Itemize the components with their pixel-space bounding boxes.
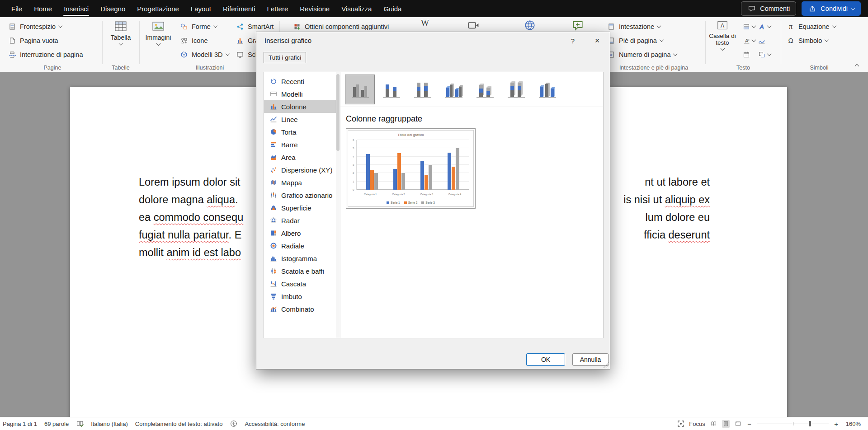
ok-button[interactable]: OK xyxy=(526,353,565,366)
stacked-column-thumb[interactable] xyxy=(376,75,406,104)
category-grafico-azionario[interactable]: Grafico azionario xyxy=(264,189,340,201)
print-layout-button[interactable] xyxy=(722,420,730,428)
category-istogramma[interactable]: Istogramma xyxy=(264,252,340,265)
link-button[interactable] xyxy=(520,19,540,31)
category-radar[interactable]: Radar xyxy=(264,214,340,227)
cancel-button[interactable]: Annulla xyxy=(572,353,609,366)
category-barre[interactable]: Barre xyxy=(264,138,340,151)
preview-chart-title: Titolo del grafico xyxy=(348,133,473,137)
column-3d-thumb[interactable] xyxy=(532,75,562,104)
category-linee[interactable]: Linee xyxy=(264,113,340,126)
online-video-button[interactable] xyxy=(463,19,483,31)
category-scatola-e-baffi[interactable]: Scatola e baffi xyxy=(264,265,340,277)
close-button[interactable]: ✕ xyxy=(588,34,606,47)
wordart-button[interactable]: A xyxy=(756,19,772,33)
stacked100-column-thumb[interactable] xyxy=(407,75,437,104)
word-count[interactable]: 69 parole xyxy=(44,421,69,427)
chart-subtype-pane: Colonne raggruppate Titolo del grafico 0… xyxy=(340,72,603,338)
page-number-button[interactable]: # Numero di pagina xyxy=(604,47,680,61)
stacked100-column-3d-thumb[interactable] xyxy=(501,75,531,104)
zoom-slider-thumb[interactable] xyxy=(809,421,811,426)
ribbon-divider xyxy=(102,21,103,64)
menu-tab-lettere[interactable]: Lettere xyxy=(261,0,294,17)
footer-button[interactable]: Piè di pagina xyxy=(604,33,680,47)
chart-preview[interactable]: Titolo del grafico 0123456 Categoria 1Ca… xyxy=(346,128,476,209)
text-box-icon: A xyxy=(717,19,728,31)
signature-line-button[interactable] xyxy=(756,33,772,47)
drop-cap-button[interactable]: A xyxy=(741,33,756,47)
3d-models-button[interactable]: Modelli 3D xyxy=(176,47,232,61)
menu-tab-riferimenti[interactable]: Riferimenti xyxy=(217,0,261,17)
menu-tab-disegno[interactable]: Disegno xyxy=(94,0,131,17)
scrollbar-thumb[interactable] xyxy=(336,74,340,151)
zoom-in-button[interactable]: + xyxy=(833,420,840,428)
collapse-ribbon-button[interactable] xyxy=(852,62,862,70)
category-torta[interactable]: Torta xyxy=(264,126,340,138)
text-prediction-status[interactable]: Completamento del testo: attivato xyxy=(135,421,223,427)
pictures-button[interactable]: Immagini xyxy=(143,19,174,46)
category-recenti[interactable]: Recenti xyxy=(264,75,340,88)
shapes-button[interactable]: Forme xyxy=(176,19,232,33)
quick-parts-button[interactable] xyxy=(741,19,756,33)
accessibility-status[interactable]: Accessibilità: conforme xyxy=(245,421,305,427)
comment-button[interactable] xyxy=(568,19,588,31)
language-indicator[interactable]: Italiano (Italia) xyxy=(91,421,128,427)
menu-tab-progettazione[interactable]: Progettazione xyxy=(131,0,185,17)
blank-page-button[interactable]: Pagina vuota xyxy=(5,33,86,47)
zoom-slider[interactable] xyxy=(757,421,829,427)
comments-button[interactable]: Commenti xyxy=(741,1,796,16)
category-albero[interactable]: Albero xyxy=(264,227,340,239)
focus-button[interactable]: Focus xyxy=(689,421,705,427)
web-layout-button[interactable] xyxy=(734,420,742,428)
category-cascata[interactable]: Cascata xyxy=(264,277,340,290)
menu-tab-home[interactable]: Home xyxy=(28,0,58,17)
category-mappa[interactable]: Mappa xyxy=(264,176,340,189)
symbol-button[interactable]: Ω Simbolo xyxy=(783,33,839,47)
preview-bar-group xyxy=(420,140,432,190)
object-button[interactable] xyxy=(756,47,772,61)
category-colonne[interactable]: Colonne xyxy=(264,100,340,113)
category-dispersione-xy-[interactable]: Dispersione (XY) xyxy=(264,164,340,176)
zoom-out-button[interactable]: − xyxy=(746,420,753,428)
menu-tab-layout[interactable]: Layout xyxy=(185,0,217,17)
datetime-button[interactable] xyxy=(741,47,756,61)
equation-button[interactable]: π Equazione xyxy=(783,19,839,33)
wikipedia-button[interactable]: W xyxy=(415,19,435,26)
category-area[interactable]: Area xyxy=(264,151,340,164)
menu-tab-inserisci[interactable]: Inserisci xyxy=(58,0,94,17)
dialog-title[interactable]: Inserisci grafico xyxy=(264,37,311,44)
menu-tab-guida[interactable]: Guida xyxy=(377,0,407,17)
page-indicator[interactable]: Pagina 1 di 1 xyxy=(3,421,37,427)
stacked-column-3d-thumb[interactable] xyxy=(470,75,500,104)
chart-category-list: RecentiModelliColonneLineeTortaBarreArea… xyxy=(264,72,340,338)
zoom-level[interactable]: 160% xyxy=(846,421,861,427)
chart-icon xyxy=(236,36,245,45)
help-button[interactable]: ? xyxy=(565,34,581,47)
menu-tab-visualizza[interactable]: Visualizza xyxy=(335,0,377,17)
wordart-icon: A xyxy=(757,22,766,31)
category-superficie[interactable]: Superficie xyxy=(264,201,340,214)
table-icon xyxy=(114,19,127,33)
zoom-notch xyxy=(793,422,794,425)
category-modelli[interactable]: Modelli xyxy=(264,88,340,100)
read-mode-button[interactable] xyxy=(710,420,717,428)
scrollbar[interactable] xyxy=(336,72,340,338)
menu-tab-revisione[interactable]: Revisione xyxy=(294,0,335,17)
surface-icon xyxy=(269,204,277,212)
cover-page-button[interactable]: Frontespizio xyxy=(5,19,86,33)
icons-button[interactable]: Icone xyxy=(176,33,232,47)
category-combinato[interactable]: Combinato xyxy=(264,303,340,315)
text-box-button[interactable]: A Casella di testo xyxy=(708,19,737,51)
clustered-column-3d-thumb[interactable] xyxy=(439,75,468,104)
ribbon-divider xyxy=(781,21,781,64)
category-imbuto[interactable]: Imbuto xyxy=(264,290,340,303)
menu-tab-file[interactable]: File xyxy=(5,0,28,17)
header-button[interactable]: Intestazione xyxy=(604,19,680,33)
clustered-column-thumb[interactable] xyxy=(345,75,375,104)
share-button[interactable]: Condividi xyxy=(802,1,861,16)
tab-all-charts[interactable]: Tutti i grafici xyxy=(264,52,306,63)
page-break-button[interactable]: Interruzione di pagina xyxy=(5,47,86,61)
category-radiale[interactable]: Radiale xyxy=(264,239,340,252)
spellcheck-icon[interactable] xyxy=(76,420,84,428)
table-button[interactable]: Tabella xyxy=(106,19,135,46)
